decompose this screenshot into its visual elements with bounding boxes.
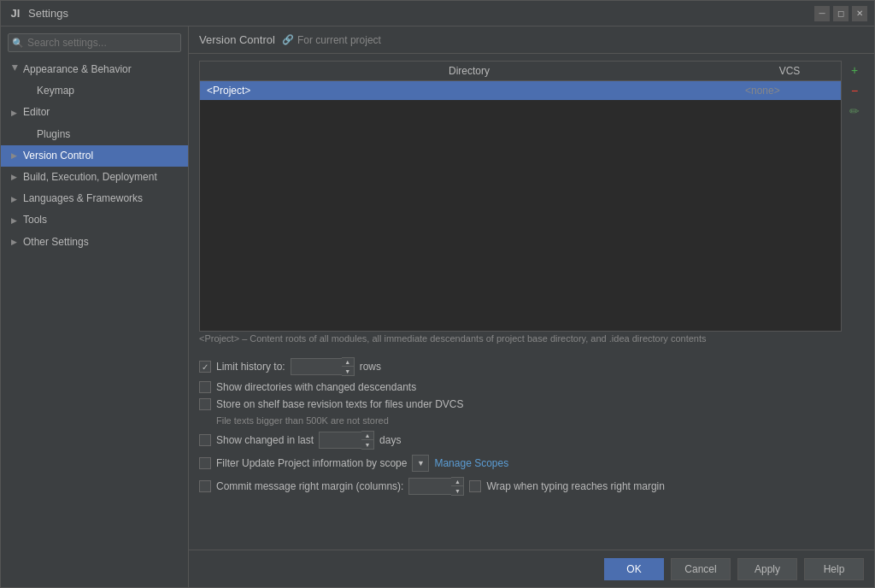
minimize-button[interactable]: ─	[814, 6, 830, 21]
project-note: <Project> – Content roots of all modules…	[199, 332, 864, 345]
sidebar-item-plugins[interactable]: Plugins	[1, 124, 188, 145]
store-shelf-row: Store on shelf base revision texts for f…	[199, 398, 864, 410]
show-directories-row: Show directories with changed descendant…	[199, 381, 864, 393]
commit-margin-input-group: 72 ▲ ▼	[408, 477, 464, 496]
col-header-vcs: VCS	[738, 62, 841, 80]
filter-update-label: Filter Update Project information by sco…	[216, 457, 407, 469]
row-directory: <Project>	[200, 81, 738, 100]
manage-scopes-link[interactable]: Manage Scopes	[434, 457, 508, 469]
show-changed-up[interactable]: ▲	[361, 432, 373, 440]
limit-history-checkbox[interactable]	[199, 361, 211, 373]
main-content: 🔍 ▶ Appearance & Behavior Keymap ▶ Edito…	[1, 26, 874, 587]
window-title: Settings	[28, 7, 68, 20]
expand-arrow-lang: ▶	[11, 193, 20, 205]
vcs-table-area: Directory VCS <Project> <none> +	[199, 61, 864, 332]
limit-history-input-group: 1,000 ▲ ▼	[291, 357, 355, 376]
sidebar-item-label: Keymap	[37, 83, 74, 99]
commit-margin-row: Commit message right margin (columns): 7…	[199, 477, 864, 496]
apply-button[interactable]: Apply	[737, 558, 797, 580]
shelf-note: File texts bigger than 500K are not stor…	[216, 415, 389, 426]
wrap-margin-label: Wrap when typing reaches right margin	[486, 480, 665, 492]
show-directories-checkbox[interactable]	[199, 381, 211, 393]
commit-margin-spinner: ▲ ▼	[451, 477, 464, 496]
store-shelf-label: Store on shelf base revision texts for f…	[216, 398, 463, 410]
cancel-button[interactable]: Cancel	[671, 558, 731, 580]
ok-button[interactable]: OK	[604, 558, 664, 580]
sidebar-item-build[interactable]: ▶ Build, Execution, Deployment	[1, 167, 188, 188]
expand-arrow-vc: ▶	[11, 150, 20, 162]
title-bar-left: JI Settings	[8, 6, 68, 21]
search-box: 🔍	[8, 33, 181, 52]
link-icon: 🔗	[282, 34, 294, 45]
sidebar: 🔍 ▶ Appearance & Behavior Keymap ▶ Edito…	[1, 26, 189, 587]
app-logo: JI	[8, 6, 23, 21]
settings-window: JI Settings ─ ◻ ✕ 🔍 ▶ Appearance & Behav…	[0, 0, 875, 588]
add-vcs-button[interactable]: +	[845, 61, 864, 79]
limit-history-down[interactable]: ▼	[342, 367, 354, 375]
remove-vcs-button[interactable]: −	[845, 81, 864, 100]
table-action-buttons: + − ✏	[845, 61, 864, 332]
sidebar-item-languages[interactable]: ▶ Languages & Frameworks	[1, 188, 188, 209]
sidebar-item-label: Languages & Frameworks	[23, 191, 143, 207]
sidebar-item-label: Build, Execution, Deployment	[23, 169, 157, 185]
sidebar-item-version-control[interactable]: ▶ Version Control	[1, 145, 188, 167]
expand-arrow-editor: ▶	[11, 107, 20, 119]
table-empty-area	[200, 100, 841, 331]
title-bar: JI Settings ─ ◻ ✕	[1, 1, 874, 26]
sidebar-item-keymap[interactable]: Keymap	[1, 80, 188, 102]
show-changed-down[interactable]: ▼	[361, 440, 373, 449]
close-button[interactable]: ✕	[852, 6, 867, 21]
title-bar-controls: ─ ◻ ✕	[814, 6, 867, 21]
panel-title: Version Control	[199, 33, 275, 46]
arrow-placeholder	[25, 128, 33, 140]
show-changed-row: Show changed in last 31 ▲ ▼ days	[199, 431, 864, 450]
limit-history-row: Limit history to: 1,000 ▲ ▼ rows	[199, 357, 864, 376]
limit-history-up[interactable]: ▲	[342, 358, 354, 367]
edit-vcs-button[interactable]: ✏	[845, 102, 864, 121]
expand-arrow-tools: ▶	[11, 215, 20, 226]
sidebar-item-other[interactable]: ▶ Other Settings	[1, 232, 188, 253]
commit-margin-up[interactable]: ▲	[451, 478, 463, 486]
sidebar-item-appearance[interactable]: ▶ Appearance & Behavior	[1, 59, 188, 80]
table-row[interactable]: <Project> <none>	[200, 81, 841, 100]
show-changed-input[interactable]: 31	[319, 432, 361, 449]
expand-arrow-appearance: ▶	[9, 66, 21, 74]
commit-margin-down[interactable]: ▼	[451, 486, 463, 495]
sidebar-item-tools[interactable]: ▶ Tools	[1, 209, 188, 231]
help-button[interactable]: Help	[804, 558, 864, 580]
restore-button[interactable]: ◻	[833, 6, 849, 21]
filter-update-row: Filter Update Project information by sco…	[199, 455, 864, 472]
filter-scope-dropdown[interactable]: ▼	[412, 455, 429, 472]
vcs-table-header: Directory VCS	[200, 62, 841, 81]
show-directories-label: Show directories with changed descendant…	[216, 381, 416, 393]
search-input[interactable]	[8, 33, 181, 52]
commit-margin-checkbox[interactable]	[199, 480, 211, 492]
col-header-directory: Directory	[200, 62, 738, 80]
commit-margin-input[interactable]: 72	[408, 478, 451, 495]
show-changed-label-pre: Show changed in last	[216, 434, 314, 446]
sidebar-item-label: Appearance & Behavior	[23, 62, 132, 78]
limit-history-label-post: rows	[360, 361, 381, 373]
shelf-note-row: File texts bigger than 500K are not stor…	[199, 415, 864, 426]
sidebar-item-label: Tools	[23, 212, 47, 228]
panel-subtitle: 🔗 For current project	[282, 34, 381, 46]
show-changed-spinner: ▲ ▼	[361, 431, 374, 450]
wrap-margin-checkbox[interactable]	[469, 480, 481, 492]
expand-arrow-build: ▶	[11, 171, 20, 183]
vcs-table: Directory VCS <Project> <none>	[199, 61, 842, 332]
show-changed-label-post: days	[379, 434, 401, 446]
store-shelf-checkbox[interactable]	[199, 398, 211, 410]
show-changed-input-group: 31 ▲ ▼	[319, 431, 374, 450]
search-icon: 🔍	[12, 38, 24, 49]
limit-history-input[interactable]: 1,000	[291, 358, 342, 375]
sidebar-item-label: Plugins	[37, 126, 70, 143]
sidebar-item-editor[interactable]: ▶ Editor	[1, 102, 188, 123]
filter-update-checkbox[interactable]	[199, 457, 211, 469]
limit-history-label-pre: Limit history to:	[216, 361, 285, 373]
arrow-placeholder	[25, 85, 33, 97]
sidebar-item-label: Version Control	[23, 148, 93, 164]
commit-margin-label: Commit message right margin (columns):	[216, 480, 403, 492]
panel-body: Directory VCS <Project> <none> +	[189, 54, 874, 550]
show-changed-checkbox[interactable]	[199, 434, 211, 446]
right-panel: Version Control 🔗 For current project Di…	[189, 26, 874, 587]
